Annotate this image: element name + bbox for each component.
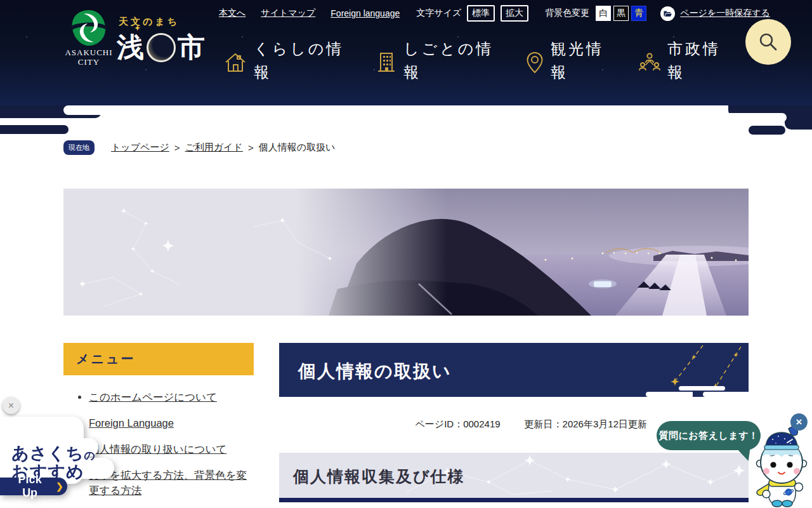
cloud-decoration — [703, 392, 749, 397]
nav-living-info[interactable]: くらしの情報 — [223, 37, 346, 84]
mascot-character[interactable] — [752, 425, 812, 508]
bg-white-button[interactable]: 白 — [596, 6, 611, 21]
cloud-decoration — [785, 105, 812, 130]
cloud-decoration — [749, 126, 785, 135]
cloud-decoration — [63, 105, 728, 115]
save-page-link[interactable]: ページを一時保存する — [680, 8, 770, 19]
breadcrumb-home-link[interactable]: トップページ — [111, 142, 169, 154]
logo-sparkle-icon: ✦ — [134, 24, 141, 32]
cloud-decoration — [646, 392, 693, 397]
font-size-large-button[interactable]: 拡大 — [501, 5, 528, 22]
nav-label: くらしの情報 — [254, 37, 346, 84]
utility-bar: 本文へ サイトマップ Foreign language 文字サイズ 標準 拡大 … — [219, 5, 770, 22]
font-size-label: 文字サイズ — [416, 8, 461, 19]
page-title-panel: 個人情報の取扱い — [279, 343, 749, 397]
nav-tourism-info[interactable]: 観光情報 — [525, 37, 609, 84]
chatbot-close-button[interactable]: × — [790, 413, 808, 431]
updated-date: 更新日：2026年3月12日更新 — [525, 418, 647, 431]
nav-label: しごとの情報 — [403, 37, 496, 84]
chevron-right-icon: ❯ — [56, 481, 63, 491]
people-icon — [638, 51, 661, 74]
breadcrumb-guide-link[interactable]: ご利用ガイド — [185, 142, 243, 154]
nav-label: 市政情報 — [667, 37, 726, 84]
section-heading: 個人情報収集及び仕様 — [279, 453, 749, 487]
save-folder-icon — [660, 6, 675, 21]
moon-icon — [147, 33, 176, 62]
skip-to-content-link[interactable]: 本文へ — [219, 8, 246, 19]
site-header: ASAKUCHI CITY 天文のまち ✦ 浅 市 本文へ サイトマップ For… — [0, 0, 812, 105]
foreign-language-link[interactable]: Foreign language — [331, 8, 400, 18]
bg-black-button[interactable]: 黒 — [613, 6, 629, 21]
city-emblem-logo — [69, 9, 109, 47]
logo-text-last: 市 — [178, 29, 206, 66]
logo-text-first: 浅 — [117, 29, 145, 66]
site-logo[interactable]: ✦ 浅 市 — [117, 29, 206, 66]
breadcrumb: 現在地 トップページ > ご利用ガイド > 個人情報の取扱い — [63, 140, 749, 155]
section-heading-panel: 個人情報収集及び仕様 — [279, 453, 749, 502]
breadcrumb-separator: > — [248, 142, 254, 153]
cloud-decoration — [0, 125, 69, 134]
map-pin-icon — [525, 51, 544, 75]
building-icon — [376, 51, 397, 74]
page-id: ページID：0002419 — [415, 418, 500, 431]
bg-color-label: 背景色変更 — [545, 8, 589, 19]
pickup-button[interactable]: Pick Up ❯ — [0, 478, 67, 495]
current-location-badge: 現在地 — [63, 140, 95, 155]
house-icon — [223, 51, 247, 74]
pickup-popup: あさくちの おすすめ Pick Up ❯ × — [0, 397, 127, 508]
page-meta: ページID：0002419 更新日：2026年3月12日更新 — [415, 418, 647, 431]
hero-night-sea-photo — [63, 189, 749, 316]
pickup-cloud-panel: あさくちの おすすめ Pick Up ❯ — [0, 417, 127, 505]
font-size-standard-button[interactable]: 標準 — [467, 5, 495, 22]
close-icon: × — [8, 401, 14, 411]
sidebar-menu-title: メニュー — [63, 343, 254, 375]
chatbot-speech-bubble[interactable]: 質問にお答えします！ — [657, 421, 761, 450]
sitemap-link[interactable]: サイトマップ — [261, 8, 315, 19]
bg-blue-button[interactable]: 青 — [631, 6, 646, 21]
breadcrumb-separator: > — [174, 142, 180, 153]
save-page-group: ページを一時保存する — [660, 6, 770, 21]
nav-government-info[interactable]: 市政情報 — [638, 37, 726, 84]
cloud-shape — [32, 419, 76, 437]
pickup-close-button[interactable]: × — [3, 397, 20, 414]
nav-label: 観光情報 — [551, 37, 609, 84]
search-icon — [757, 31, 779, 53]
search-button[interactable] — [745, 19, 791, 65]
breadcrumb-current: 個人情報の取扱い — [259, 142, 336, 154]
cloud-decoration — [686, 113, 787, 122]
cloud-decoration — [679, 386, 725, 391]
close-icon: × — [796, 417, 802, 427]
nav-work-info[interactable]: しごとの情報 — [376, 37, 496, 84]
city-tagline: 天文のまち — [119, 16, 180, 28]
city-name-english: ASAKUCHI CITY — [58, 48, 119, 67]
